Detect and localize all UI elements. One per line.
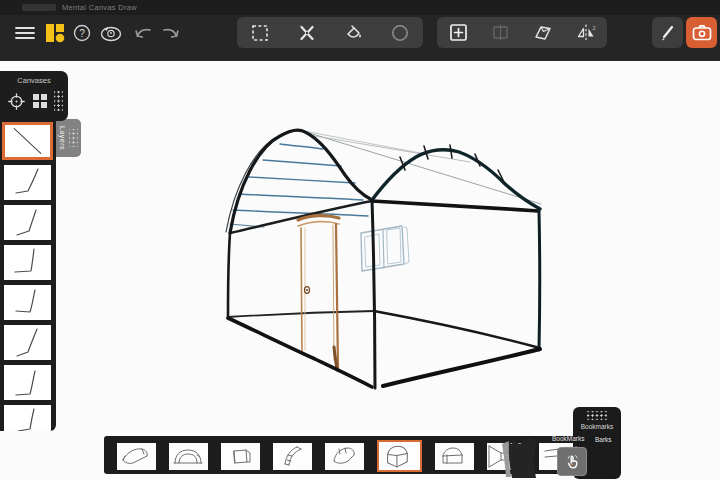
film-thumbnail-2[interactable] — [169, 443, 208, 470]
filmstrip-list — [104, 436, 592, 472]
menu-icon — [15, 26, 35, 40]
cv-thumbnail-7[interactable] — [4, 365, 51, 400]
canvases-panel-title: Canvases — [0, 71, 68, 85]
canvas-tools-group: 2 — [437, 17, 607, 48]
redo-button[interactable] — [156, 18, 186, 48]
film-thumbnail-3[interactable] — [221, 443, 260, 470]
tools-group — [237, 17, 423, 48]
svg-text:?: ? — [79, 28, 85, 39]
cv-thumbnail-8[interactable] — [4, 405, 51, 431]
canvas-disabled-button[interactable] — [486, 19, 516, 47]
toolbar: ? — [0, 15, 720, 61]
canvases-drag-handle[interactable] — [54, 91, 63, 111]
brush-circle-button[interactable] — [385, 19, 415, 47]
fill-bucket-button[interactable] — [338, 19, 368, 47]
tap-hand-icon — [563, 453, 581, 471]
bookmarks-glitch-text-3: Barks — [595, 436, 612, 443]
app-title: Mental Canvas Draw — [62, 3, 137, 12]
marquee-select-button[interactable] — [245, 19, 275, 47]
cv-thumbnail-6[interactable] — [4, 325, 51, 360]
bookmarks-drag-handle[interactable] — [587, 411, 607, 420]
layers-tab[interactable]: Layers — [56, 119, 81, 157]
canvas-3d-icon — [533, 23, 553, 42]
cv-thumbnail-1[interactable] — [2, 122, 53, 160]
session-button[interactable] — [96, 18, 126, 48]
marquee-select-icon — [251, 24, 269, 42]
film-thumbnail-8[interactable] — [487, 443, 526, 470]
pen-icon — [659, 24, 677, 42]
cut-button[interactable] — [292, 19, 322, 47]
canvases-strip — [0, 119, 56, 431]
film-thumbnail-5[interactable] — [325, 443, 364, 470]
help-icon: ? — [73, 24, 91, 42]
canvas-disabled-icon — [491, 23, 510, 42]
cv-thumbnail-2[interactable] — [4, 165, 51, 200]
film-thumbnail-7[interactable] — [435, 443, 474, 470]
fill-bucket-icon — [344, 24, 363, 42]
brush-circle-icon — [391, 24, 409, 42]
bookmarks-glitch-text-1: BookMarks — [552, 435, 585, 442]
add-bookmark-button[interactable] — [557, 447, 587, 476]
crosshair-icon[interactable] — [8, 93, 25, 110]
menu-button[interactable] — [10, 18, 40, 48]
film-thumbnail-6[interactable] — [377, 440, 422, 472]
cv-thumbnail-5[interactable] — [4, 285, 51, 320]
add-canvas-button[interactable] — [443, 19, 473, 47]
cv-thumbnail-3[interactable] — [4, 205, 51, 240]
canvases-list — [0, 119, 56, 431]
add-canvas-icon — [449, 23, 468, 42]
session-icon — [99, 24, 123, 43]
app-window: Mental Canvas Draw ? — [0, 0, 720, 480]
title-bar: Mental Canvas Draw — [0, 0, 720, 15]
layers-drag-handle[interactable] — [69, 129, 78, 147]
undo-button[interactable] — [128, 18, 158, 48]
flip-canvas-button[interactable]: 2 — [571, 19, 601, 47]
filmstrip — [104, 436, 592, 474]
redo-icon — [162, 26, 180, 40]
film-thumbnail-4[interactable] — [273, 443, 312, 470]
undo-icon — [134, 26, 152, 40]
app-logo-button[interactable] — [40, 18, 70, 48]
flip-canvas-icon: 2 — [576, 23, 596, 42]
camera-icon — [692, 24, 712, 41]
film-thumbnail-1[interactable] — [117, 443, 156, 470]
cv-thumbnail-4[interactable] — [4, 245, 51, 280]
camera-mode-button[interactable] — [686, 17, 717, 48]
cut-icon — [298, 24, 316, 42]
help-button[interactable]: ? — [67, 18, 97, 48]
canvas-3d-button[interactable] — [528, 19, 558, 47]
pen-tool-button[interactable] — [652, 17, 683, 48]
grid-icon[interactable] — [32, 93, 48, 109]
svg-text:2: 2 — [592, 25, 595, 31]
bookmarks-title: Bookmarks — [581, 423, 614, 430]
canvases-panel: Canvases — [0, 71, 68, 121]
layers-tab-label: Layers — [59, 126, 66, 150]
title-prefix-illegible — [22, 4, 56, 11]
app-logo — [45, 23, 65, 43]
